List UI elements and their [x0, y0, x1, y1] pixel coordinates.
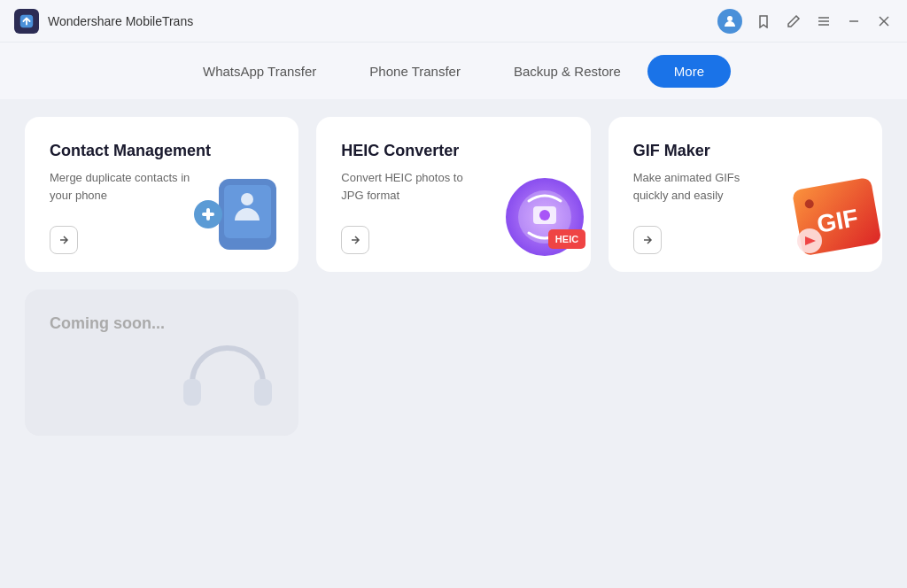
app-title: Wondershare MobileTrans [48, 14, 717, 28]
heic-converter-card[interactable]: HEIC Converter Convert HEIC photos to JP… [316, 117, 590, 272]
coming-soon-label: Coming soon... [50, 314, 274, 333]
account-icon[interactable] [717, 9, 742, 34]
svg-rect-25 [254, 379, 272, 406]
svg-rect-12 [206, 208, 210, 220]
app-logo [14, 9, 39, 34]
gif-maker-card[interactable]: GIF Maker Make animated GIFs quickly and… [609, 117, 882, 272]
tab-backup-restore[interactable]: Backup & Restore [487, 55, 647, 88]
tab-phone-transfer[interactable]: Phone Transfer [343, 55, 487, 88]
edit-icon[interactable] [785, 12, 802, 30]
svg-point-1 [727, 16, 733, 21]
card-arrow-heic[interactable] [341, 226, 369, 254]
card-title-heic: HEIC Converter [341, 142, 565, 160]
menu-icon[interactable] [815, 12, 833, 30]
tab-more[interactable]: More [647, 55, 731, 88]
card-arrow-gif[interactable] [633, 226, 662, 254]
cards-grid: Contact Management Merge duplicate conta… [25, 117, 882, 272]
card-title-gif: GIF Maker [633, 142, 857, 160]
titlebar: Wondershare MobileTrans [0, 0, 907, 43]
card-desc-gif: Make animated GIFs quickly and easily [633, 169, 775, 204]
bookmark-icon[interactable] [755, 12, 772, 30]
navbar: WhatsApp Transfer Phone Transfer Backup … [0, 43, 907, 99]
minimize-button[interactable] [845, 12, 863, 30]
close-button[interactable] [875, 12, 893, 30]
svg-point-19 [539, 210, 550, 220]
coming-soon-card: Coming soon... [25, 290, 298, 436]
svg-point-13 [241, 193, 253, 205]
gif-illustration: GIF [785, 174, 873, 263]
window-controls [717, 9, 893, 34]
coming-soon-illustration [174, 335, 281, 427]
card-arrow-contact[interactable] [50, 226, 78, 254]
contact-management-card[interactable]: Contact Management Merge duplicate conta… [25, 117, 298, 272]
heic-illustration: HEIC [485, 166, 582, 263]
main-content: Contact Management Merge duplicate conta… [0, 99, 907, 588]
card-desc-heic: Convert HEIC photos to JPG format [341, 169, 483, 204]
contact-illustration [192, 166, 290, 263]
card-title-contact: Contact Management [50, 142, 274, 160]
svg-rect-24 [183, 379, 201, 406]
svg-text:HEIC: HEIC [555, 234, 578, 244]
card-desc-contact: Merge duplicate contacts in your phone [50, 169, 191, 204]
tab-whatsapp-transfer[interactable]: WhatsApp Transfer [176, 55, 343, 88]
